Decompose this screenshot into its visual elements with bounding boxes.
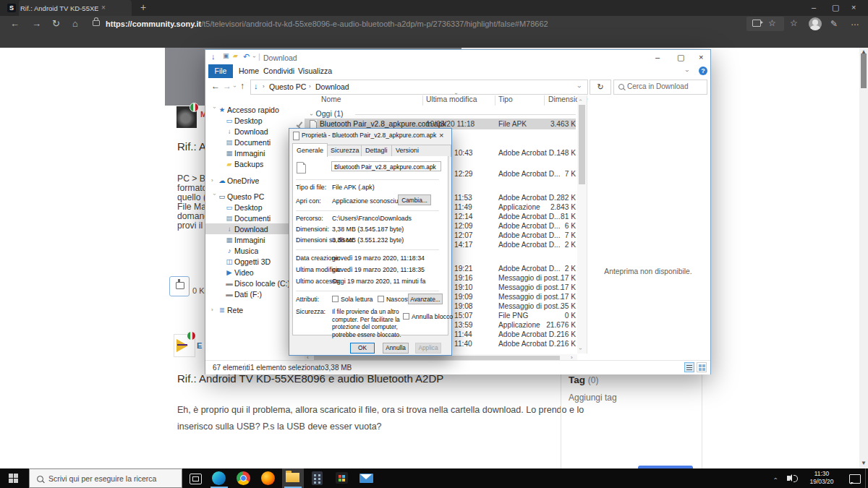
action-center-icon[interactable] (849, 474, 861, 484)
filename-input[interactable]: Bluetooth Pair_v2.8_apkpure.com.apk (331, 161, 441, 171)
column-header-name[interactable]: Nome (321, 95, 341, 103)
taskbar-edge[interactable] (208, 468, 230, 488)
column-divider[interactable] (422, 95, 423, 106)
ribbon-tab-visualizza[interactable]: Visualizza (298, 67, 332, 75)
tab-versioni-precedenti[interactable]: Versioni precedenti (391, 145, 451, 157)
back-icon[interactable]: ← (10, 18, 20, 29)
group-collapse-icon[interactable]: › (308, 114, 315, 116)
breadcrumb-folder[interactable]: Download (315, 82, 349, 91)
breadcrumb-root[interactable]: Questo PC (269, 82, 306, 91)
reply-author-name[interactable]: E (197, 341, 202, 350)
tab-dettagli[interactable]: Dettagli (361, 145, 392, 157)
forward-icon[interactable]: → (32, 18, 41, 29)
nav-back-icon[interactable]: ← (211, 81, 220, 91)
refresh-icon[interactable]: ↻ (52, 18, 60, 29)
newfolder-qat-icon[interactable]: ▰ (233, 52, 238, 59)
start-button[interactable] (9, 474, 18, 483)
nav-history-icon[interactable]: › (231, 85, 238, 87)
read-aloud-icon[interactable] (752, 20, 761, 27)
applica-button[interactable]: Applica (415, 343, 441, 354)
help-icon[interactable]: ? (699, 67, 707, 75)
taskbar-search-box[interactable]: Scrivi qui per eseguire la ricerca (29, 468, 182, 488)
annulla-button[interactable]: Annulla (383, 343, 409, 354)
explorer-close-button[interactable]: × (699, 53, 703, 61)
add-tag-link[interactable]: Aggiungi tag (569, 393, 617, 403)
store-icon (336, 472, 348, 484)
page-scrollbar[interactable] (859, 48, 868, 468)
sidebar-item[interactable]: › ★ Accesso rapido (205, 104, 310, 115)
column-divider[interactable] (544, 95, 545, 106)
tab-sicurezza[interactable]: Sicurezza (326, 145, 364, 157)
avanzate-button[interactable]: Avanzate... (408, 294, 443, 304)
preview-pane-divider[interactable] (587, 95, 587, 354)
checkbox-sola-lettura[interactable] (332, 296, 339, 302)
scroll-down-icon[interactable]: › (577, 348, 584, 350)
favorite-star-icon[interactable]: ☆ (768, 18, 776, 28)
nav-up-icon[interactable]: ↑ (240, 81, 244, 91)
home-icon[interactable]: ⌂ (72, 18, 78, 29)
page-scrollbar-thumb[interactable] (861, 53, 867, 88)
profile-avatar[interactable] (809, 17, 822, 30)
cambia-button[interactable]: Cambia... (398, 194, 431, 205)
window-minimize-button[interactable]: – (812, 3, 816, 12)
taskbar-calculator[interactable] (307, 468, 328, 488)
window-close-button[interactable]: × (851, 3, 856, 12)
nav-forward-icon[interactable]: → (223, 81, 231, 91)
column-divider[interactable] (495, 95, 495, 106)
scrollbar-thumb[interactable] (579, 105, 585, 184)
column-header-type[interactable]: Tipo (498, 95, 513, 103)
checkbox-annulla-blocco[interactable] (403, 313, 409, 320)
kudos-button[interactable] (169, 276, 190, 296)
address-bar[interactable]: https://community.sony.it/t5/televisori/… (106, 20, 742, 28)
icons-view-toggle[interactable] (697, 362, 707, 372)
address-box[interactable]: ↓ › Questo PC › Download › (250, 80, 588, 95)
ribbon-tab-file[interactable]: File (208, 64, 233, 78)
scroll-up-icon[interactable]: › (577, 99, 584, 101)
more-menu-icon[interactable]: … (851, 17, 860, 27)
download-qat-icon[interactable]: ↓ (211, 52, 216, 61)
dialog-title-bar[interactable]: Proprietà - Bluetooth Pair_v2.8_apkpure.… (289, 129, 451, 142)
scroll-down-icon[interactable]: ▼ (861, 460, 867, 466)
sidebar-item-icon: ▦ (224, 236, 234, 244)
tree-chevron-icon[interactable]: › (211, 194, 218, 200)
explorer-minimize-button[interactable]: – (655, 53, 660, 61)
details-view-toggle[interactable] (684, 362, 694, 372)
tab-close-icon[interactable]: × (101, 4, 106, 12)
taskbar-store[interactable] (331, 468, 353, 488)
undo-qat-icon[interactable]: ↶ (243, 52, 250, 61)
hidden-icons-chevron[interactable]: › (772, 478, 779, 480)
taskbar-clock[interactable]: 11:30 19/03/20 (803, 470, 841, 486)
explorer-maximize-button[interactable]: ▢ (677, 53, 684, 62)
taskbar-file-explorer[interactable] (282, 468, 304, 488)
column-header-modified[interactable]: Ultima modifica (426, 95, 477, 103)
taskbar-firefox[interactable] (258, 468, 279, 488)
properties-qat-icon[interactable]: ▣ (223, 52, 229, 59)
ribbon-expand-icon[interactable]: › (684, 70, 691, 72)
tree-chevron-icon[interactable]: › (211, 107, 218, 113)
group-divider-line (355, 114, 576, 115)
new-tab-button[interactable]: + (140, 1, 146, 13)
tree-chevron-icon[interactable]: › (211, 177, 217, 184)
ribbon-tab-condividi[interactable]: Condividi (263, 67, 294, 75)
ok-button[interactable]: OK (350, 343, 375, 354)
dialog-close-icon[interactable]: × (439, 131, 443, 140)
edge-icon (212, 471, 226, 485)
task-view-icon[interactable] (190, 474, 202, 484)
favorites-hub-icon[interactable]: ☆ (790, 18, 798, 28)
feedback-icon[interactable]: ✎ (830, 19, 838, 29)
show-desktop-button[interactable] (865, 468, 866, 488)
ribbon-tab-home[interactable]: Home (239, 67, 259, 75)
address-dropdown-icon[interactable]: › (576, 86, 583, 88)
taskbar-mail[interactable] (356, 468, 378, 488)
tree-chevron-icon[interactable]: › (211, 307, 217, 313)
window-maximize-button[interactable]: ▢ (832, 3, 839, 12)
file-modified-time: 14:17 (454, 241, 473, 249)
speaker-icon[interactable] (787, 476, 790, 481)
search-box[interactable]: Cerca in Download (613, 80, 707, 95)
tab-generale[interactable]: Generale (292, 143, 328, 157)
checkbox-nascosto[interactable] (378, 296, 384, 302)
qat-menu-icon[interactable]: › (251, 56, 258, 58)
group-header[interactable]: › Oggi (1) (310, 109, 344, 118)
refresh-button[interactable]: ↻ (590, 80, 611, 95)
taskbar-chrome[interactable] (233, 468, 255, 488)
